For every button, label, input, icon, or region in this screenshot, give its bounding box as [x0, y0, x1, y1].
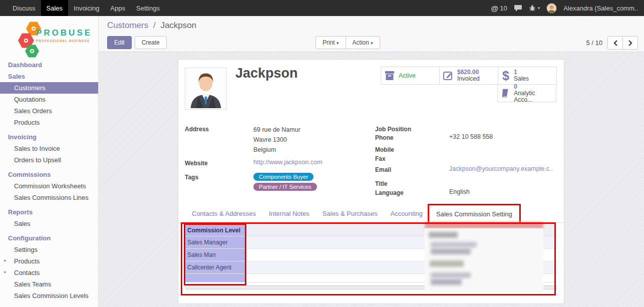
top-menu: Discuss Sales Invoicing Apps Settings [0, 0, 165, 16]
archive-icon [384, 71, 395, 81]
customer-photo[interactable] [185, 68, 227, 110]
sidebar-item-customers[interactable]: Customers [0, 82, 98, 94]
book-icon [501, 88, 510, 98]
content-background: Jackpson Active [99, 52, 644, 307]
tag-partner-it-services[interactable]: Partner / IT Services [253, 183, 317, 191]
analytic-accounts-stat-button[interactable]: 0 Analytic Acco... [497, 84, 556, 102]
control-panel: Customers / Jackpson Edit Create Print ▾… [99, 16, 644, 52]
chevron-down-icon: ▾ [337, 41, 339, 46]
mentions-counter[interactable]: @ 10 [491, 4, 507, 13]
active-stat-button[interactable]: Active [381, 67, 440, 85]
table-header-row: Commission Level [185, 225, 557, 236]
breadcrumb: Customers / Jackpson [99, 16, 644, 31]
sidebar-section-configuration[interactable]: Configuration [0, 229, 98, 244]
tag-components-buyer[interactable]: Components Buyer [253, 173, 313, 181]
sidebar-item-orders-to-upsell[interactable]: Orders to Upsell [0, 154, 98, 166]
user-avatar[interactable] [546, 3, 557, 14]
sidebar-item-config-contacts[interactable]: ▸ Contacts [0, 267, 98, 278]
invoiced-stat-button[interactable]: $620.00 Invoiced [439, 67, 498, 85]
sidebar: PROBUSE PROFESSIONAL BUSINESS Dashboard … [0, 16, 99, 307]
sidebar-item-sales-teams[interactable]: Sales Teams [0, 278, 98, 290]
user-name[interactable]: Alexandra (Sales_comm.. [563, 5, 638, 12]
commission-level-header[interactable]: Commission Level [185, 225, 245, 236]
print-label: Print [323, 39, 335, 46]
menu-apps[interactable]: Apps [105, 0, 131, 16]
sidebar-link-sales[interactable]: Sales [0, 71, 98, 82]
mobile-label: Mobile [375, 145, 449, 153]
sidebar-link-dashboard[interactable]: Dashboard [0, 59, 98, 71]
action-dropdown-button[interactable]: Action ▾ [346, 36, 380, 49]
commission-level-cell[interactable]: Sales Man [185, 249, 245, 261]
address-street: 69 rue de Namur [253, 125, 300, 135]
email-link[interactable]: Jackpson@yourcompany.example.c.. [449, 165, 553, 173]
sidebar-item-reports-sales[interactable]: Sales [0, 218, 98, 229]
sidebar-item-config-products[interactable]: ▸ Products [0, 255, 98, 267]
menu-settings[interactable]: Settings [131, 0, 165, 16]
table-row[interactable]: Callcenter Agent [185, 261, 557, 274]
field-groups: Address 69 rue de Namur Wavre 1300 Belgi… [185, 125, 557, 196]
table-row[interactable]: Sales Man [185, 249, 557, 261]
top-navbar: Discuss Sales Invoicing Apps Settings @ … [0, 0, 644, 16]
table-row[interactable]: Sales Manager [185, 236, 557, 249]
expand-caret-icon[interactable]: ▸ [4, 269, 7, 274]
sidebar-section-invoicing[interactable]: Invoicing [0, 128, 98, 143]
sidebar-item-sales-to-invoice[interactable]: Sales to Invoice [0, 143, 98, 154]
chevron-down-icon: ▾ [371, 41, 373, 46]
menu-sales[interactable]: Sales [41, 0, 69, 16]
sidebar-item-config-products-label: Products [14, 257, 40, 265]
commission-level-cell[interactable]: Callcenter Agent [185, 261, 245, 273]
sidebar-item-commission-worksheets[interactable]: Commission Worksheets [0, 180, 98, 192]
print-dropdown-button[interactable]: Print ▾ [315, 36, 346, 49]
tab-sales-purchases[interactable]: Sales & Purchases [316, 205, 384, 223]
tab-accounting[interactable]: Accounting [384, 205, 429, 223]
sidebar-item-config-settings[interactable]: Settings [0, 244, 98, 255]
analytic-label: Analytic Acco... [514, 90, 553, 103]
edit-button[interactable]: Edit [107, 36, 132, 49]
invoice-edit-icon [443, 71, 454, 81]
sidebar-item-sales-commission-levels[interactable]: Sales Commission Levels [0, 290, 98, 301]
tab-internal-notes[interactable]: Internal Notes [262, 205, 316, 223]
website-label: Website [185, 159, 253, 167]
sidebar-item-products[interactable]: Products [0, 117, 98, 128]
sidebar-item-sales-commissions-lines[interactable]: Sales Commissions Lines [0, 192, 98, 203]
chevron-left-icon [613, 40, 618, 47]
pager-next-button[interactable] [622, 36, 638, 50]
table-empty-row [185, 274, 557, 282]
pager-previous-button[interactable] [607, 36, 623, 50]
commission-level-cell[interactable]: Sales Manager [185, 236, 245, 248]
sales-stat-button[interactable]: $ 1 Sales [498, 67, 557, 85]
menu-invoicing[interactable]: Invoicing [68, 0, 105, 16]
logo-subtitle: PROFESSIONAL BUSINESS [36, 39, 92, 43]
notebook: Contacts & Addresses Internal Notes Sale… [178, 205, 564, 294]
table-footer-bar [185, 285, 557, 289]
tab-contacts-addresses[interactable]: Contacts & Addresses [185, 205, 262, 223]
record-pager: 5 / 10 [586, 36, 638, 50]
sidebar-section-commissions[interactable]: Commissions [0, 166, 98, 180]
pager-counter: 5 / 10 [586, 39, 602, 47]
menu-discuss[interactable]: Discuss [7, 0, 41, 16]
expand-caret-icon[interactable]: ▸ [4, 257, 7, 263]
sidebar-item-quotations[interactable]: Quotations [0, 94, 98, 105]
breadcrumb-current: Jackpson [160, 21, 196, 30]
fax-label: Fax [375, 154, 449, 162]
sidebar-section-reports[interactable]: Reports [0, 203, 98, 218]
tags-label: Tags [185, 173, 253, 191]
phone-label: Phone [375, 133, 449, 141]
job-position-label: Job Position [375, 125, 449, 133]
invoiced-label: Invoiced [457, 76, 480, 82]
main-area: Customers / Jackpson Edit Create Print ▾… [99, 16, 644, 307]
sidebar-item-sales-orders[interactable]: Sales Orders [0, 105, 98, 117]
active-status-label: Active [399, 73, 416, 79]
sheet-bottom-divider [185, 294, 557, 294]
commission-table: Commission Level Sales Manager Sales Man… [185, 225, 557, 282]
action-label: Action [353, 39, 369, 46]
website-link[interactable]: http://www.jackpson.com [253, 159, 323, 167]
debug-caret-icon: ▾ [538, 6, 540, 11]
breadcrumb-customers-link[interactable]: Customers [107, 21, 148, 30]
chat-icon[interactable] [514, 5, 522, 12]
tab-sales-commission-setting[interactable]: Sales Commission Setting [429, 205, 519, 223]
email-label: Email [375, 165, 449, 173]
debug-bug-icon[interactable]: ▾ [529, 5, 540, 12]
phone-value: +32 10 588 558 [449, 133, 493, 141]
create-button[interactable]: Create [135, 36, 167, 49]
